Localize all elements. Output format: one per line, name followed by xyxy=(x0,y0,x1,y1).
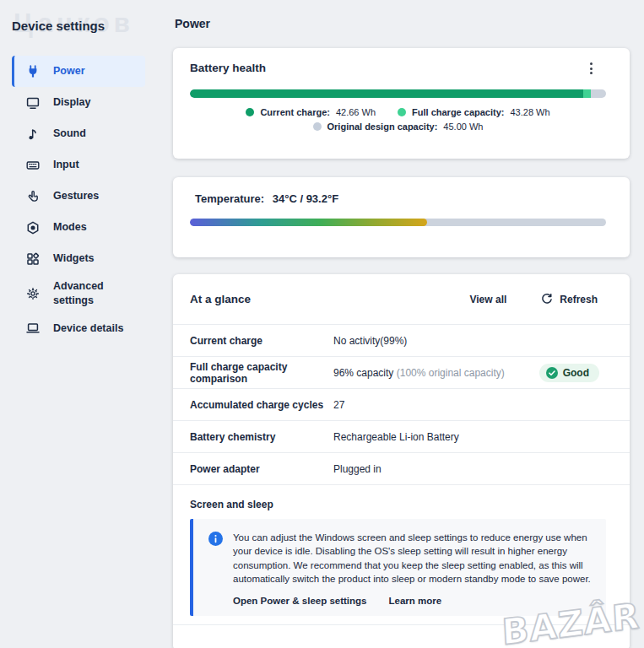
laptop-icon xyxy=(25,321,41,336)
sidebar-item-label: Display xyxy=(53,95,90,110)
sidebar-item-device-details[interactable]: Device details xyxy=(12,313,145,344)
row-value: Rechargeable Li-ion Battery xyxy=(333,431,613,443)
temperature-label: Temperature: 34°C / 93.2°F xyxy=(190,192,606,205)
table-row-current-charge: Current charge No activity(99%) xyxy=(173,325,630,357)
battery-health-bar xyxy=(190,89,606,98)
learn-more-link[interactable]: Learn more xyxy=(388,596,441,606)
kebab-menu-icon[interactable] xyxy=(584,60,598,77)
screen-and-sleep-title: Screen and sleep xyxy=(173,485,630,519)
table-row-power-adapter: Power adapter Plugged in xyxy=(173,453,630,485)
table-row-battery-chemistry: Battery chemistry Rechargeable Li-ion Ba… xyxy=(173,421,630,453)
row-value: 27 xyxy=(333,399,613,411)
row-label: Current charge xyxy=(190,335,333,347)
battery-health-card: Battery health Current charge: 42.66 Wh … xyxy=(173,48,630,159)
view-all-button[interactable]: View all xyxy=(470,294,507,305)
app-title: Device settings xyxy=(12,19,105,33)
legend-current-charge: Current charge: 42.66 Wh xyxy=(246,107,376,117)
legend-original-design-capacity: Original design capacity: 45.00 Wh xyxy=(313,122,484,132)
info-links: Open Power & sleep settings Learn more xyxy=(233,596,593,606)
row-value-secondary: (100% original capacity) xyxy=(397,367,505,379)
battery-bar-full-segment xyxy=(583,89,591,98)
status-badge-good: Good xyxy=(539,364,599,382)
row-value: 96% capacity (100% original capacity) xyxy=(333,367,539,379)
row-label: Power adapter xyxy=(190,463,333,475)
sidebar-item-label: Advanced settings xyxy=(53,279,131,308)
legend-value: 43.28 Wh xyxy=(510,107,549,117)
table-row-full-charge-comparison: Full charge capacity comparison 96% capa… xyxy=(173,357,630,389)
sidebar-item-label: Device details xyxy=(53,321,123,336)
legend-value: 42.66 Wh xyxy=(336,107,376,117)
refresh-label: Refresh xyxy=(560,294,598,305)
sidebar-item-label: Power xyxy=(53,64,85,78)
device-settings-window: Цанков Device settings Power Power Displ… xyxy=(0,0,644,648)
original-capacity-dot-icon xyxy=(313,122,322,131)
display-icon xyxy=(25,95,41,111)
open-power-sleep-settings-link[interactable]: Open Power & sleep settings xyxy=(233,596,366,606)
legend-value: 45.00 Wh xyxy=(443,122,483,132)
advanced-settings-gear-icon xyxy=(25,286,41,301)
temperature-card: Temperature: 34°C / 93.2°F xyxy=(173,177,630,257)
sidebar-item-advanced-settings[interactable]: Advanced settings xyxy=(12,274,145,313)
modes-hexagon-icon xyxy=(25,220,41,235)
battery-health-title: Battery health xyxy=(190,62,606,74)
settings-sidebar: Power Display Sound Input xyxy=(12,56,145,344)
refresh-button[interactable]: Refresh xyxy=(540,293,598,305)
sidebar-item-label: Input xyxy=(53,158,79,172)
card-bottom-separator xyxy=(173,624,630,625)
sidebar-item-label: Gestures xyxy=(53,189,99,203)
legend-label: Original design capacity: xyxy=(327,122,438,132)
temperature-caption: Temperature: xyxy=(195,192,264,205)
row-label: Battery chemistry xyxy=(190,431,333,443)
sidebar-item-widgets[interactable]: Widgets xyxy=(12,243,145,274)
at-a-glance-card: At a glance View all Refresh Current cha… xyxy=(173,274,630,648)
table-row-charge-cycles: Accumulated charge cycles 27 xyxy=(173,389,630,421)
sidebar-item-display[interactable]: Display xyxy=(12,87,145,118)
battery-legend: Current charge: 42.66 Wh Full charge cap… xyxy=(190,107,606,132)
keyboard-icon xyxy=(25,158,41,173)
legend-label: Full charge capacity: xyxy=(412,107,504,117)
sound-note-icon xyxy=(25,127,41,142)
sidebar-item-modes[interactable]: Modes xyxy=(12,212,145,243)
widgets-icon xyxy=(25,251,41,267)
legend-label: Current charge: xyxy=(260,107,330,117)
battery-bar-current-segment xyxy=(190,89,583,98)
info-icon xyxy=(208,532,223,546)
sidebar-item-input[interactable]: Input xyxy=(12,149,145,181)
at-a-glance-header: At a glance View all Refresh xyxy=(173,274,630,325)
badge-label: Good xyxy=(563,367,589,379)
sidebar-item-sound[interactable]: Sound xyxy=(12,118,145,149)
sidebar-item-label: Sound xyxy=(53,127,86,141)
row-value: Plugged in xyxy=(333,463,613,475)
full-charge-dot-icon xyxy=(398,108,406,116)
current-charge-dot-icon xyxy=(246,108,254,116)
row-value: No activity(99%) xyxy=(333,335,613,347)
sidebar-item-label: Modes xyxy=(53,220,87,235)
screen-sleep-info-box: You can adjust the Windows screen and sl… xyxy=(190,519,606,616)
at-a-glance-title: At a glance xyxy=(190,293,470,305)
row-value-primary: 96% capacity xyxy=(333,367,393,379)
info-content: You can adjust the Windows screen and sl… xyxy=(233,531,593,606)
sidebar-item-label: Widgets xyxy=(53,251,95,266)
refresh-icon xyxy=(540,293,553,305)
temperature-value: 34°C / 93.2°F xyxy=(273,192,338,205)
sidebar-item-power[interactable]: Power xyxy=(12,56,145,87)
temperature-bar xyxy=(190,219,606,226)
row-label: Full charge capacity comparison xyxy=(190,361,333,385)
row-label: Accumulated charge cycles xyxy=(190,399,333,411)
temperature-bar-fill xyxy=(190,219,427,226)
check-circle-icon xyxy=(546,367,558,379)
page-title: Power xyxy=(175,17,210,30)
power-plug-icon xyxy=(25,64,41,79)
info-text: You can adjust the Windows screen and sl… xyxy=(233,531,593,586)
gesture-hand-icon xyxy=(25,189,41,204)
sidebar-item-gestures[interactable]: Gestures xyxy=(12,181,145,212)
legend-full-charge-capacity: Full charge capacity: 43.28 Wh xyxy=(398,107,550,117)
